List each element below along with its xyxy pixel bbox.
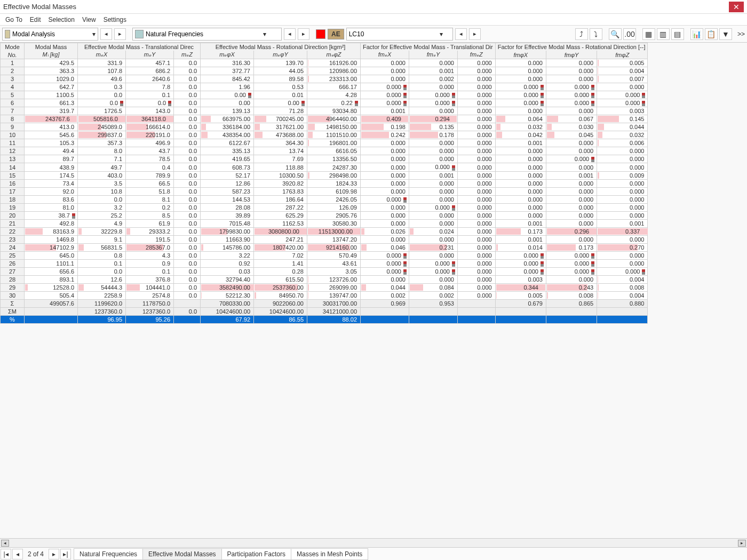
cell[interactable]: 0.000	[495, 67, 546, 75]
cell[interactable]: 0.679	[495, 300, 546, 308]
cell[interactable]: 0.000	[409, 139, 457, 147]
cell[interactable]: 0.000	[495, 59, 546, 67]
cell[interactable]: 656.6	[25, 268, 78, 276]
cell[interactable]: 0.000	[597, 211, 648, 219]
cell[interactable]: 0.000	[546, 147, 597, 155]
cell[interactable]: 44.05	[254, 67, 307, 75]
analysis-combo[interactable]: ▾	[2, 28, 98, 41]
tool-icon-2[interactable]: ⤵	[590, 28, 602, 40]
cell[interactable]: 319.7	[25, 107, 78, 115]
cell[interactable]: 0.005	[495, 292, 546, 300]
cell[interactable]: 2426.05	[307, 195, 361, 203]
cell[interactable]: 13.74	[254, 147, 307, 155]
nav-prev-analysis[interactable]: ◂	[100, 28, 112, 40]
filter-icon[interactable]: ▼	[719, 28, 732, 40]
cell[interactable]: 570.49	[307, 251, 361, 259]
cell[interactable]: 0.000	[457, 284, 495, 292]
cell[interactable]: 7.02	[254, 251, 307, 259]
cell[interactable]: 139.13	[201, 107, 254, 115]
cell[interactable]: 0.001	[361, 107, 409, 115]
cell[interactable]: 1469.8	[25, 235, 78, 243]
column-header[interactable]: fmφY	[546, 51, 597, 59]
cell[interactable]: 4.9	[78, 219, 126, 227]
cell[interactable]: 143.0	[126, 107, 174, 115]
cell[interactable]: 0.0	[174, 83, 201, 91]
cell[interactable]: 0.0	[174, 235, 201, 243]
cell[interactable]	[457, 316, 495, 324]
cell[interactable]: 1807420.00	[254, 243, 307, 251]
cell[interactable]: 615.50	[254, 276, 307, 284]
menu-goto[interactable]: Go To	[5, 16, 22, 23]
cell[interactable]: 1.41	[254, 260, 307, 268]
cell[interactable]: 191.5	[126, 235, 174, 243]
cell[interactable]: 105.3	[25, 139, 78, 147]
cell[interactable]: 0.173	[495, 227, 546, 235]
menu-view[interactable]: View	[82, 16, 96, 23]
cell[interactable]: 0.0	[174, 107, 201, 115]
cell[interactable]: 0.000	[409, 276, 457, 284]
cell[interactable]: 3582490.00	[201, 284, 254, 292]
cell[interactable]: 0.0	[78, 99, 126, 107]
cell[interactable]	[409, 316, 457, 324]
cell[interactable]: 0.000	[361, 187, 409, 195]
cell[interactable]: 0.0	[174, 195, 201, 203]
cell[interactable]: 0.231	[409, 243, 457, 251]
page-prev[interactable]: ◂	[12, 549, 23, 559]
cell[interactable]: 0.9	[126, 260, 174, 268]
cell[interactable]	[409, 308, 457, 316]
cell[interactable]: 233313.00	[307, 75, 361, 83]
cell[interactable]: 0.000	[361, 179, 409, 187]
cell[interactable]: 0.000	[361, 219, 409, 227]
cell[interactable]: 88.02	[307, 316, 361, 324]
cell[interactable]: 0.000	[457, 59, 495, 67]
cell[interactable]: 0.000	[597, 147, 648, 155]
cell[interactable]: 1162.53	[254, 219, 307, 227]
cell[interactable]: 0.000	[361, 276, 409, 284]
cell[interactable]: 0.000	[597, 260, 648, 268]
cell[interactable]: 496.9	[126, 139, 174, 147]
cell[interactable]: 0.000	[546, 251, 597, 259]
bottom-tab[interactable]: Masses in Mesh Points	[291, 548, 368, 560]
cell[interactable]: 52212.30	[201, 292, 254, 300]
cell[interactable]: 7.8	[126, 83, 174, 91]
cell[interactable]: 0.8	[78, 251, 126, 259]
cell[interactable]: 0.0	[174, 139, 201, 147]
cell[interactable]: 0.03	[201, 268, 254, 276]
cell[interactable]: 429.5	[25, 59, 78, 67]
cell[interactable]: 0.296	[546, 227, 597, 235]
cell[interactable]: 0.000	[457, 235, 495, 243]
cell[interactable]: 118.88	[254, 163, 307, 171]
cell[interactable]: 335.13	[201, 147, 254, 155]
column-header[interactable]: Mᵢ [kg]	[25, 51, 78, 59]
cell[interactable]: 845.42	[201, 75, 254, 83]
cell[interactable]: 413.0	[25, 123, 78, 131]
cell[interactable]: 316.30	[201, 59, 254, 67]
cell[interactable]: 92.0	[25, 187, 78, 195]
tool-icon-8[interactable]: 📊	[690, 28, 703, 40]
cell[interactable]: 0.242	[361, 131, 409, 139]
cell[interactable]	[174, 316, 201, 324]
cell[interactable]: 0.344	[495, 284, 546, 292]
cell[interactable]: 89.58	[254, 75, 307, 83]
row-number[interactable]: 12	[1, 147, 25, 155]
cell[interactable]: 0.000	[361, 155, 409, 163]
cell[interactable]: 30580.30	[307, 219, 361, 227]
tool-icon-6[interactable]: ▥	[657, 28, 670, 40]
cell[interactable]: 0.0	[126, 99, 174, 107]
column-header[interactable]: mₑZ	[174, 51, 201, 59]
cell[interactable]: 0.002	[409, 75, 457, 83]
cell[interactable]: 0.000	[495, 203, 546, 211]
cell[interactable]: 0.00	[201, 99, 254, 107]
cell[interactable]: 161926.00	[307, 59, 361, 67]
cell[interactable]: 0.000	[409, 203, 457, 211]
cell[interactable]: 8.1	[126, 195, 174, 203]
row-number[interactable]: 4	[1, 83, 25, 91]
cell[interactable]: 0.000	[361, 195, 409, 203]
cell[interactable]: 0.000	[546, 211, 597, 219]
cell[interactable]: 29333.2	[126, 227, 174, 235]
cell[interactable]: 0.000	[361, 99, 409, 107]
tool-icon-3[interactable]: 🔍	[609, 28, 622, 40]
bottom-tab[interactable]: Effective Modal Masses	[142, 548, 222, 560]
cell[interactable]: 1.96	[201, 83, 254, 91]
cell[interactable]: 0.000	[546, 99, 597, 107]
